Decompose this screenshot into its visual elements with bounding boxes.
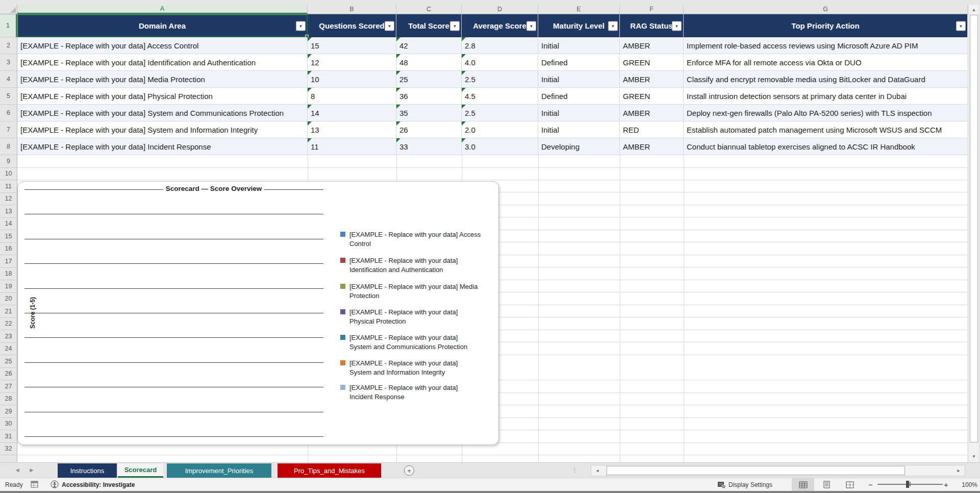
scroll-right-button[interactable]: ► bbox=[953, 466, 964, 475]
table-cell[interactable]: Defined bbox=[538, 54, 620, 71]
table-cell[interactable]: 42 bbox=[396, 37, 462, 54]
table-cell[interactable]: 15 bbox=[308, 37, 396, 54]
table-cell[interactable]: AMBER bbox=[620, 37, 684, 54]
display-settings-button[interactable]: Display Settings bbox=[717, 478, 772, 491]
header-cell-questions-scored[interactable]: Questions Scored▼ bbox=[308, 14, 396, 37]
row-header-30[interactable]: 30 bbox=[0, 418, 17, 431]
row-header-9[interactable]: 9 bbox=[0, 155, 17, 168]
table-cell[interactable]: 14 bbox=[308, 105, 396, 121]
row-header-12[interactable]: 12 bbox=[0, 193, 17, 206]
legend-item[interactable]: [EXAMPLE - Replace with your data] Media… bbox=[340, 282, 493, 301]
table-cell[interactable]: [EXAMPLE - Replace with your data] Syste… bbox=[17, 121, 308, 138]
table-cell[interactable]: 12 bbox=[308, 54, 396, 71]
column-header-e[interactable]: E bbox=[538, 5, 620, 14]
row-header-22[interactable]: 22 bbox=[0, 318, 17, 331]
sheet-tab-instructions[interactable]: Instructions bbox=[58, 463, 117, 478]
row-header-13[interactable]: 13 bbox=[0, 205, 17, 218]
sheet-tab-improvement-priorities[interactable]: Improvement_Priorities bbox=[167, 463, 271, 478]
table-cell[interactable]: Defined bbox=[538, 88, 620, 105]
zoom-level[interactable]: 100% bbox=[959, 478, 977, 491]
header-cell-total-score[interactable]: Total Score▼ bbox=[396, 14, 462, 37]
legend-item[interactable]: [EXAMPLE - Replace with your data]Physic… bbox=[340, 308, 493, 326]
vertical-scrollbar-thumb[interactable] bbox=[970, 15, 978, 442]
table-cell[interactable]: AMBER bbox=[620, 105, 684, 121]
filter-button[interactable]: ▼ bbox=[296, 21, 306, 31]
table-cell[interactable]: [EXAMPLE - Replace with your data] Incid… bbox=[17, 138, 308, 155]
zoom-slider-thumb[interactable] bbox=[906, 481, 909, 488]
table-cell[interactable]: 35 bbox=[396, 105, 462, 121]
page-break-preview-button[interactable] bbox=[839, 478, 861, 491]
table-cell[interactable]: Install intrusion detection sensors at p… bbox=[684, 88, 968, 105]
table-cell[interactable]: 2.0 bbox=[462, 121, 538, 138]
sheet-grid[interactable]: Domain Area▼ Questions Scored▼ Total Sco… bbox=[17, 14, 968, 462]
horizontal-scrollbar-thumb[interactable] bbox=[607, 466, 905, 475]
scroll-up-button[interactable]: ▲ bbox=[969, 5, 978, 14]
column-header-f[interactable]: F bbox=[620, 5, 684, 14]
row-header-4[interactable]: 4 bbox=[0, 71, 17, 88]
table-cell[interactable]: 11 bbox=[308, 138, 396, 155]
macro-record-button[interactable] bbox=[31, 478, 39, 491]
table-cell[interactable]: 4.0 bbox=[462, 54, 538, 71]
row-header-6[interactable]: 6 bbox=[0, 105, 17, 121]
legend-item[interactable]: [EXAMPLE - Replace with your data]System… bbox=[340, 359, 493, 377]
zoom-out-button[interactable]: − bbox=[868, 478, 873, 491]
horizontal-scrollbar[interactable]: ◄ ► bbox=[591, 465, 965, 476]
row-header-8[interactable]: 8 bbox=[0, 138, 17, 155]
table-cell[interactable]: Deploy next-gen firewalls (Palo Alto PA-… bbox=[684, 105, 968, 121]
table-cell[interactable]: 36 bbox=[396, 88, 462, 105]
table-cell[interactable]: AMBER bbox=[620, 71, 684, 88]
scroll-left-button[interactable]: ◄ bbox=[592, 466, 602, 475]
filter-button[interactable]: ▼ bbox=[672, 21, 682, 31]
sheet-tab-pro-tips-and-mistakes[interactable]: Pro_Tips_and_Mistakes bbox=[278, 463, 381, 478]
table-cell[interactable]: Developing bbox=[538, 138, 620, 155]
filter-button[interactable]: ▼ bbox=[526, 21, 536, 31]
row-header-25[interactable]: 25 bbox=[0, 355, 17, 368]
table-cell[interactable]: Enforce MFA for all remote access via Ok… bbox=[684, 54, 968, 71]
tab-scroll-right-icon[interactable]: ► bbox=[29, 466, 35, 474]
row-header-15[interactable]: 15 bbox=[0, 230, 17, 243]
table-cell[interactable]: 2.5 bbox=[462, 71, 538, 88]
table-cell[interactable]: [EXAMPLE - Replace with your data] Ident… bbox=[17, 54, 308, 71]
table-cell[interactable]: RED bbox=[620, 121, 684, 138]
row-header-3[interactable]: 3 bbox=[0, 54, 17, 71]
row-header-32[interactable]: 32 bbox=[0, 443, 17, 456]
header-cell-rag-status[interactable]: RAG Status▼ bbox=[620, 14, 684, 37]
table-cell[interactable]: 25 bbox=[396, 71, 462, 88]
accessibility-status[interactable]: Accessibility: Investigate bbox=[50, 478, 135, 491]
chart-legend[interactable]: [EXAMPLE - Replace with your data] Acces… bbox=[340, 182, 496, 445]
table-cell[interactable]: 26 bbox=[396, 121, 462, 138]
filter-button[interactable]: ▼ bbox=[956, 21, 966, 31]
row-header-18[interactable]: 18 bbox=[0, 268, 17, 281]
legend-item[interactable]: [EXAMPLE - Replace with your data]Identi… bbox=[340, 256, 493, 275]
row-header-5[interactable]: 5 bbox=[0, 88, 17, 105]
tab-scroll-left-icon[interactable]: ◄ bbox=[14, 466, 20, 474]
row-header-28[interactable]: 28 bbox=[0, 393, 17, 406]
chart-scorecard-overview[interactable]: Scorecard — Score Overview Score (1-5) [… bbox=[17, 181, 499, 445]
legend-item[interactable]: [EXAMPLE - Replace with your data]System… bbox=[340, 333, 493, 352]
table-cell[interactable]: GREEN bbox=[620, 54, 684, 71]
table-cell[interactable]: Initial bbox=[538, 37, 620, 54]
header-cell-top-priority-action[interactable]: Top Priority Action▼ bbox=[684, 14, 968, 37]
row-header-10[interactable]: 10 bbox=[0, 168, 17, 181]
row-header-2[interactable]: 2 bbox=[0, 37, 17, 54]
row-header-19[interactable]: 19 bbox=[0, 280, 17, 293]
row-header-29[interactable]: 29 bbox=[0, 405, 17, 418]
row-header-11[interactable]: 11 bbox=[0, 180, 17, 193]
table-cell[interactable]: 2.5 bbox=[462, 105, 538, 121]
vertical-scrollbar[interactable]: ▲ ▼ bbox=[968, 5, 978, 462]
sheet-tab-scorecard[interactable]: Scorecard bbox=[118, 463, 163, 478]
column-header-c[interactable]: C bbox=[396, 5, 462, 14]
table-cell[interactable]: 8 bbox=[308, 88, 396, 105]
header-cell-maturity-level[interactable]: Maturity Level▼ bbox=[538, 14, 620, 37]
new-sheet-button[interactable]: + bbox=[404, 465, 414, 476]
legend-item[interactable]: [EXAMPLE - Replace with your data]Incide… bbox=[340, 383, 493, 402]
table-cell[interactable]: 10 bbox=[308, 71, 396, 88]
table-cell[interactable]: Classify and encrypt removable media usi… bbox=[684, 71, 968, 88]
row-header-16[interactable]: 16 bbox=[0, 243, 17, 256]
filter-button[interactable]: ▼ bbox=[608, 21, 618, 31]
row-header-26[interactable]: 26 bbox=[0, 368, 17, 381]
column-header-g[interactable]: G bbox=[684, 5, 968, 14]
row-header-1[interactable]: 1 bbox=[0, 14, 17, 37]
table-cell[interactable]: 13 bbox=[308, 121, 396, 138]
table-cell[interactable]: Initial bbox=[538, 105, 620, 121]
